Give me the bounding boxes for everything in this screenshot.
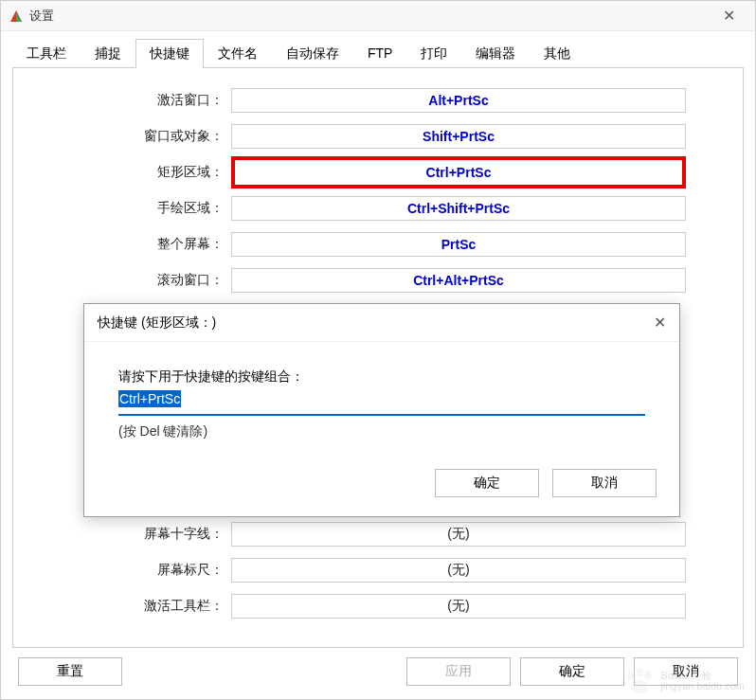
tab-2[interactable]: 快捷键 [135,39,204,68]
dialog-titlebar: 快捷键 (矩形区域：) ✕ [84,304,679,342]
shortcut-label: 矩形区域： [42,164,231,181]
shortcut-row: 手绘区域：Ctrl+Shift+PrtSc [42,195,714,222]
dialog-cancel-button[interactable]: 取消 [552,469,657,497]
shortcut-label: 屏幕标尺： [42,562,231,579]
shortcut-label: 激活窗口： [42,92,231,109]
tab-0[interactable]: 工具栏 [12,39,81,68]
shortcut-row: 矩形区域：Ctrl+PrtSc [42,159,714,186]
dialog-close-button[interactable]: ✕ [654,315,666,331]
close-icon: ✕ [723,9,735,24]
shortcut-label: 窗口或对象： [42,128,231,145]
tab-5[interactable]: FTP [353,39,406,68]
shortcut-value[interactable]: Ctrl+Alt+PrtSc [231,268,686,293]
tab-4[interactable]: 自动保存 [272,39,353,68]
shortcut-label: 整个屏幕： [42,236,231,253]
tab-8[interactable]: 其他 [530,39,585,68]
shortcut-row: 屏幕标尺：(无) [42,557,714,583]
tab-7[interactable]: 编辑器 [461,39,530,68]
tab-6[interactable]: 打印 [406,39,461,68]
dialog-title: 快捷键 (矩形区域：) [98,314,654,332]
shortcut-input-value: Ctrl+PrtSc [118,390,181,407]
shortcut-row: 激活工具栏：(无) [42,593,714,619]
window-title: 设置 [29,8,710,25]
app-icon [9,9,24,24]
shortcut-value[interactable]: (无) [231,522,686,547]
shortcut-row: 窗口或对象：Shift+PrtSc [42,123,714,150]
tabs: 工具栏捕捉快捷键文件名自动保存FTP打印编辑器其他 [1,31,755,68]
shortcut-dialog: 快捷键 (矩形区域：) ✕ 请按下用于快捷键的按键组合： Ctrl+PrtSc … [83,303,680,517]
tab-3[interactable]: 文件名 [204,39,272,68]
shortcut-value[interactable]: Ctrl+PrtSc [231,156,686,188]
shortcut-input[interactable]: Ctrl+PrtSc [118,391,645,416]
close-icon: ✕ [654,314,666,331]
dialog-hint: (按 Del 键清除) [118,423,645,440]
cancel-button[interactable]: 取消 [634,657,738,686]
window-close-button[interactable]: ✕ [710,3,747,29]
shortcut-label: 屏幕十字线： [42,526,231,543]
titlebar: 设置 ✕ [1,1,755,31]
shortcut-row: 激活窗口：Alt+PrtSc [42,87,714,114]
shortcut-label: 滚动窗口： [42,272,231,289]
shortcut-row: 屏幕十字线：(无) [42,521,714,547]
tabs-border [12,67,744,68]
dialog-ok-button[interactable]: 确定 [435,469,539,497]
shortcut-value[interactable]: Shift+PrtSc [231,124,686,149]
tab-1[interactable]: 捕捉 [81,39,135,68]
shortcut-value[interactable]: Alt+PrtSc [231,88,686,113]
shortcut-value[interactable]: (无) [231,558,686,583]
shortcut-value[interactable]: (无) [231,594,686,619]
bottom-bar: 重置 应用 确定 取消 [1,648,755,699]
apply-button[interactable]: 应用 [406,657,511,686]
shortcut-label: 激活工具栏： [42,598,231,615]
shortcut-label: 手绘区域： [42,200,231,217]
ok-button[interactable]: 确定 [520,657,624,686]
shortcut-value[interactable]: PrtSc [231,232,686,257]
reset-button[interactable]: 重置 [18,657,122,686]
dialog-prompt: 请按下用于快捷键的按键组合： [118,368,645,386]
shortcut-row: 滚动窗口：Ctrl+Alt+PrtSc [42,267,714,294]
shortcut-row: 整个屏幕：PrtSc [42,231,714,258]
shortcut-value[interactable]: Ctrl+Shift+PrtSc [231,196,686,221]
